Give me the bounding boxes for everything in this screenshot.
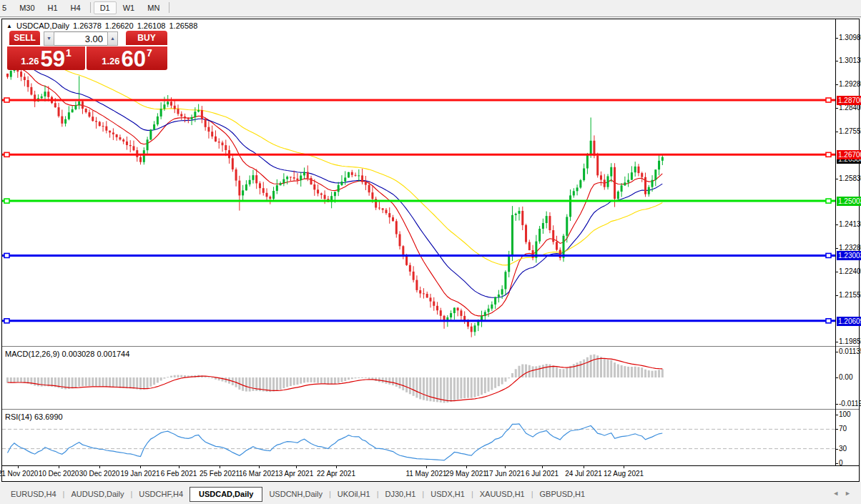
axis-tick-label: 1.27555 (839, 127, 861, 135)
candle-body (88, 112, 90, 117)
chart-tab-gbpusd[interactable]: GBPUSD,H1 (533, 488, 592, 501)
candle-body (559, 250, 561, 258)
macd-histogram-bar (293, 377, 295, 385)
line-handle[interactable] (4, 319, 9, 323)
candle-body (64, 119, 67, 124)
macd-histogram-bar (637, 367, 639, 377)
tab-scroll-right-icon[interactable]: ► (845, 490, 857, 497)
candle-body (174, 106, 176, 109)
price-axis[interactable]: 1.309801.301301.292801.284051.275551.258… (836, 19, 859, 481)
timeframe-m30-button[interactable]: M30 (13, 1, 41, 14)
chart-tab-usdcad[interactable]: USDCAD,Daily (190, 487, 262, 502)
buy-button[interactable]: BUY (126, 31, 167, 46)
line-handle[interactable] (826, 152, 831, 157)
macd-histogram-bar (617, 365, 619, 378)
panel-splitter[interactable] (2, 346, 859, 347)
chart-tab-audusd[interactable]: AUDUSD,Daily (64, 488, 130, 501)
candle-body (280, 183, 282, 185)
timeframe-d1-button[interactable]: D1 (94, 1, 117, 14)
timeframe-h1-button[interactable]: H1 (41, 1, 64, 14)
macd-histogram-bar (37, 377, 39, 386)
candle-body (413, 272, 415, 280)
tab-scroll-left-icon[interactable]: ◄ (832, 490, 845, 497)
candle-body (255, 175, 257, 183)
macd-histogram-bar (552, 365, 554, 377)
candle-body (471, 327, 473, 332)
time-axis-line (2, 465, 859, 466)
chart-tab-dj30[interactable]: DJ30,H1 (379, 488, 423, 501)
candle-body (41, 97, 43, 99)
candle-body (30, 87, 32, 94)
candle-body (276, 185, 278, 191)
buy-price-button[interactable]: 1.26 60 7 (87, 46, 167, 70)
line-handle[interactable] (4, 98, 9, 102)
axis-tick-label: 1.24130 (839, 220, 861, 228)
macd-histogram-bar (163, 377, 165, 379)
line-handle[interactable] (826, 199, 831, 203)
candle-body (222, 142, 224, 145)
candle-body (566, 217, 568, 235)
volume-spinner: ▼ ▲ (44, 31, 118, 46)
macd-histogram-bar (542, 365, 544, 377)
volume-increase-button[interactable]: ▲ (107, 31, 118, 46)
timeframe-mn-button[interactable]: MN (141, 1, 166, 14)
axis-tick (835, 248, 838, 249)
rsi-indicator-plot[interactable] (2, 411, 835, 465)
candle-body (600, 175, 602, 179)
macd-histogram-bar (586, 357, 589, 377)
macd-histogram-bar (388, 377, 390, 385)
timeframe-w1-button[interactable]: W1 (117, 1, 142, 14)
chart-tab-usdx[interactable]: USDX,H1 (424, 488, 471, 501)
volume-input[interactable] (54, 31, 107, 46)
candle-body (10, 71, 12, 77)
panel-splitter[interactable] (2, 409, 859, 410)
line-handle[interactable] (826, 98, 831, 102)
chart-window[interactable]: ▲ USDCAD,Daily 1.26378 1.26620 1.26108 1… (1, 19, 860, 482)
macd-histogram-bar (112, 377, 114, 387)
chart-tab-xauusd[interactable]: XAUUSD,H1 (473, 488, 531, 501)
time-tick-label: 24 Jul 2021 (565, 470, 602, 478)
line-handle[interactable] (826, 253, 831, 257)
sell-price-button[interactable]: 1.26 59 1 (7, 46, 85, 70)
line-handle[interactable] (4, 253, 9, 257)
candle-wick (423, 288, 424, 299)
macd-histogram-bar (446, 377, 448, 402)
axis-tick-label: 1.30130 (839, 56, 861, 64)
macd-histogram-bar (491, 377, 493, 390)
macd-histogram-bar (211, 377, 213, 378)
macd-histogram-bar (525, 365, 527, 377)
candle-body (604, 179, 606, 187)
macd-histogram-bar (348, 377, 350, 380)
axis-tick (835, 415, 838, 415)
axis-tick (835, 132, 838, 132)
line-handle[interactable] (826, 319, 831, 323)
line-handle[interactable] (4, 199, 9, 203)
macd-histogram-bar (399, 377, 401, 388)
candle-body (197, 110, 200, 112)
macd-histogram-bar (207, 377, 210, 378)
candle-body (95, 121, 97, 122)
volume-decrease-button[interactable]: ▼ (44, 31, 54, 46)
macd-histogram-bar (116, 377, 118, 387)
candle-body (579, 180, 581, 187)
macd-histogram-bar (153, 377, 155, 385)
timeframe-m5-button[interactable]: 5 (0, 1, 13, 14)
sell-button[interactable]: SELL (9, 31, 40, 46)
candle-wick (103, 122, 104, 132)
candle-body (648, 187, 650, 194)
timeframe-h4-button[interactable]: H4 (64, 1, 87, 14)
chart-tab-usdchf[interactable]: USDCHF,H4 (132, 488, 190, 501)
candle-body (501, 289, 503, 295)
chart-tab-ukoil[interactable]: UKOil,H1 (331, 488, 377, 501)
candle-body (139, 157, 142, 162)
chart-tab-usdcnh[interactable]: USDCNH,Daily (262, 488, 329, 501)
candle-body (82, 102, 84, 109)
macd-histogram-bar (296, 377, 298, 385)
chart-tab-eurusd[interactable]: EURUSD,H4 (4, 488, 63, 501)
candle-body (334, 192, 336, 196)
candle-body (392, 217, 394, 221)
line-handle[interactable] (4, 152, 9, 157)
time-axis[interactable]: 21 Nov 202010 Dec 202030 Dec 202019 Jan … (2, 467, 835, 481)
macd-histogram-bar (88, 377, 90, 386)
candle-body (651, 180, 654, 187)
